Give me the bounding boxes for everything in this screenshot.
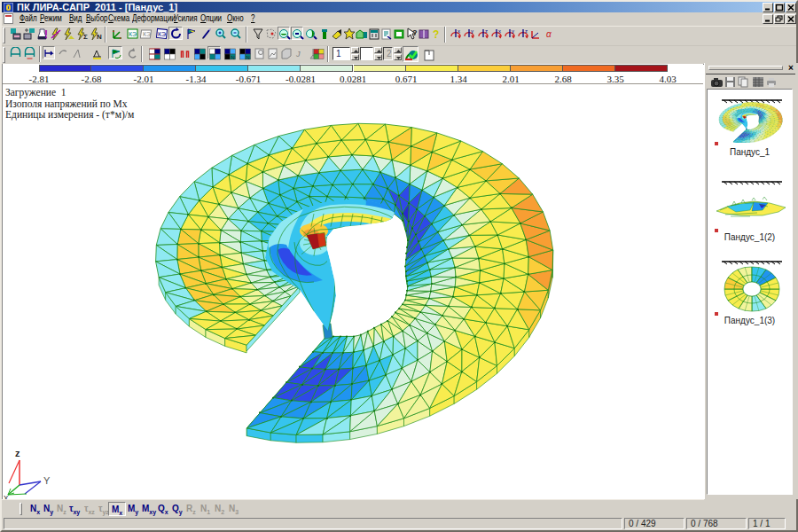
svg-text:x: x <box>458 28 460 34</box>
svg-text:x: x <box>498 28 501 34</box>
svg-text:N: N <box>246 55 250 60</box>
svg-text:Y: Y <box>43 475 51 486</box>
svg-text:z: z <box>15 448 20 458</box>
svg-text:y: y <box>512 28 514 34</box>
svg-text:?: ? <box>433 28 439 41</box>
svg-text:N: N <box>231 55 235 60</box>
svg-text:z: z <box>525 28 528 34</box>
svg-text:α: α <box>546 29 552 39</box>
svg-text:z: z <box>485 28 488 34</box>
svg-text:КЭ: КЭ <box>143 31 151 37</box>
svg-text:y: y <box>471 28 473 34</box>
svg-text:КЭ: КЭ <box>129 31 137 37</box>
svg-text:J: J <box>295 50 301 59</box>
svg-text:КЭ: КЭ <box>158 31 166 37</box>
svg-text:!: ! <box>44 28 48 41</box>
svg-text:N: N <box>97 33 102 41</box>
svg-text:Σ: Σ <box>83 33 88 41</box>
